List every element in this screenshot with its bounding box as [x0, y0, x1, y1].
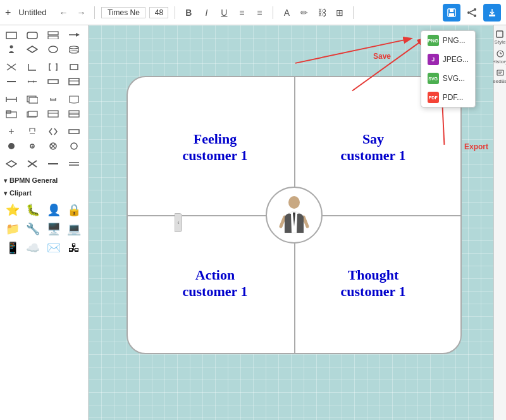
shape-tools-grid-5: [3, 157, 85, 171]
jpeg-icon: J: [428, 54, 439, 65]
rect-tool[interactable]: [3, 28, 20, 42]
thought-quadrant[interactable]: Thought customer 1: [297, 225, 449, 342]
link-shape-tool[interactable]: [44, 92, 62, 106]
bracket-tool[interactable]: [44, 60, 62, 74]
export-button[interactable]: [483, 4, 501, 22]
align-button[interactable]: ≡: [252, 6, 266, 20]
rect-small2-tool[interactable]: [44, 75, 62, 89]
font-size-input[interactable]: 48: [149, 7, 168, 18]
svg-marker-27: [28, 80, 29, 83]
back-button[interactable]: ←: [56, 6, 70, 20]
x-tool[interactable]: [23, 157, 41, 171]
save-button[interactable]: [443, 4, 460, 22]
svg-point-17: [49, 46, 58, 52]
circle-empty-tool[interactable]: [65, 139, 83, 153]
cylinder-tool[interactable]: [65, 42, 83, 56]
svg-marker-16: [27, 46, 37, 52]
circle-x-tool[interactable]: [44, 139, 62, 153]
gear-tool[interactable]: +: [23, 139, 41, 153]
svg-line-7: [470, 13, 474, 15]
pen-button[interactable]: ✏: [297, 6, 311, 20]
double-arrow-tool[interactable]: [23, 75, 41, 89]
plus-tool[interactable]: +: [3, 125, 20, 139]
bpmn-section-label[interactable]: BPMN General: [3, 175, 85, 186]
clipart-folder[interactable]: 📁: [4, 220, 22, 238]
clipart-envelope[interactable]: ✉️: [45, 239, 63, 257]
history-panel-toggle[interactable]: History: [492, 50, 506, 65]
minus-tool[interactable]: [3, 75, 20, 89]
collapse-handle[interactable]: ‹: [175, 213, 182, 232]
feeling-quadrant[interactable]: Feeling customer 1: [139, 89, 291, 206]
pdf-icon: PDF: [428, 92, 439, 103]
shape-tools-grid-2: [3, 60, 85, 89]
clipart-lock[interactable]: 🔒: [65, 201, 83, 219]
action-quadrant[interactable]: Action customer 1: [139, 225, 291, 342]
clipart-computer[interactable]: 🖥️: [45, 220, 63, 238]
t-shape-tool[interactable]: [23, 125, 41, 139]
separator-4: [353, 6, 354, 19]
h-rect-pair-tool[interactable]: [44, 28, 62, 42]
double-rect-tool[interactable]: [23, 92, 41, 106]
export-pdf-item[interactable]: PDF PDF...: [421, 88, 475, 107]
svg-point-60: [288, 196, 300, 209]
separator-3: [273, 6, 273, 19]
clipart-bug[interactable]: 🐛: [24, 201, 42, 219]
lr-bracket-tool[interactable]: [44, 125, 62, 139]
clipart-tools[interactable]: 🔧: [24, 220, 42, 238]
center-person-circle[interactable]: [266, 187, 323, 244]
diamond2-tool[interactable]: [3, 157, 20, 171]
export-png-label: PNG...: [443, 36, 466, 45]
svg-point-18: [70, 46, 78, 49]
italic-button[interactable]: I: [199, 6, 213, 20]
clipart-person[interactable]: 👤: [45, 201, 63, 219]
rect-wide-tool[interactable]: [65, 125, 83, 139]
diamond-tool[interactable]: [23, 42, 41, 56]
export-svg-label: SVG...: [443, 74, 465, 83]
circle-tool[interactable]: [44, 42, 62, 56]
shape-tools-grid: [3, 28, 85, 56]
cross-tool[interactable]: [3, 60, 20, 74]
style-panel-toggle[interactable]: Style: [495, 30, 506, 45]
small-rect-tool[interactable]: [65, 60, 83, 74]
link-button[interactable]: ⛓: [315, 6, 329, 20]
connector-tool[interactable]: [65, 28, 83, 42]
rect-hat-tool[interactable]: [65, 75, 83, 89]
rect-tab-tool[interactable]: [3, 107, 20, 121]
strikeout-rect-tool[interactable]: [44, 107, 62, 121]
doc-tool[interactable]: [65, 92, 83, 106]
svg-icon: SVG: [428, 73, 439, 84]
l-shape-tool[interactable]: [23, 60, 41, 74]
share-button[interactable]: [463, 4, 481, 22]
clipart-star[interactable]: ⭐: [4, 201, 22, 219]
strikeout-rect2-tool[interactable]: [65, 107, 83, 121]
clipart-section-label[interactable]: Clipart: [3, 187, 85, 199]
table-button[interactable]: ⊞: [333, 6, 347, 20]
export-png-item[interactable]: PNG PNG...: [421, 31, 475, 50]
svg-point-21: [70, 51, 78, 53]
clipart-server[interactable]: 🖧: [65, 239, 83, 257]
actor-tool[interactable]: [3, 42, 20, 56]
clipart-grid: ⭐ 🐛 👤 🔒 📁 🔧 🖥️ 💻 📱 ☁️ ✉️ 🖧: [3, 200, 85, 258]
h-line-tool2[interactable]: [44, 157, 62, 171]
rect-rounded-tool[interactable]: [23, 28, 41, 42]
svg-rect-24: [70, 65, 78, 70]
list-button[interactable]: ≡: [235, 6, 249, 20]
clipart-laptop[interactable]: 💻: [65, 220, 83, 238]
h-line-tool[interactable]: [3, 92, 20, 106]
multi-rect-tool[interactable]: [23, 107, 41, 121]
svg-rect-30: [69, 78, 79, 85]
forward-button[interactable]: →: [74, 6, 88, 20]
svg-rect-46: [69, 130, 79, 133]
h-double-line-tool[interactable]: [65, 157, 83, 171]
canvas-area[interactable]: ‹ Feeling customer 1 Say customer 1 Acti…: [89, 25, 493, 420]
text-format-button[interactable]: A: [280, 6, 293, 20]
clipart-phone[interactable]: 📱: [4, 239, 22, 257]
bold-button[interactable]: B: [182, 6, 195, 20]
save-annotation: Save: [373, 52, 391, 61]
underline-button[interactable]: U: [217, 6, 231, 20]
export-svg-item[interactable]: SVG SVG...: [421, 69, 475, 88]
font-name-selector[interactable]: Times Ne: [101, 7, 145, 18]
export-jpeg-item[interactable]: J JPEG...: [421, 50, 475, 69]
clipart-cloud[interactable]: ☁️: [24, 239, 42, 257]
circle-full-tool[interactable]: [3, 139, 20, 153]
